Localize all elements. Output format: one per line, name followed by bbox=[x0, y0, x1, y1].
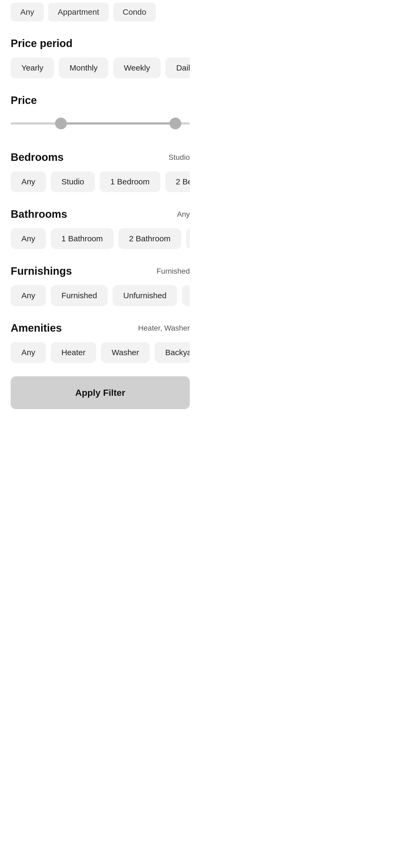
chip-any-furnishing[interactable]: Any bbox=[11, 285, 46, 306]
chip-2-bathroom[interactable]: 2 Bathroom bbox=[118, 228, 181, 249]
bathrooms-options: Any 1 Bathroom 2 Bathroom 3 Bathrooms bbox=[11, 228, 190, 249]
bedrooms-title: Bedrooms bbox=[11, 151, 64, 163]
apply-section: Apply Filter bbox=[0, 368, 201, 423]
bathrooms-section: Bathrooms Any Any 1 Bathroom 2 Bathroom … bbox=[0, 197, 201, 254]
bedrooms-selected-value: Studio bbox=[169, 153, 190, 162]
chip-partially[interactable]: Partially bbox=[182, 285, 190, 306]
bedrooms-section: Bedrooms Studio Any Studio 1 Bedroom 2 B… bbox=[0, 141, 201, 197]
amenities-options: Any Heater Washer Backyard bbox=[11, 342, 190, 363]
furnishings-title: Furnishings bbox=[11, 265, 72, 277]
furnishings-options: Any Furnished Unfurnished Partially bbox=[11, 285, 190, 306]
chip-any-amenity[interactable]: Any bbox=[11, 342, 46, 363]
filter-screen: Any Appartment Condo Price period Yearly… bbox=[0, 0, 201, 423]
price-slider-max-thumb[interactable] bbox=[169, 118, 181, 129]
chip-1-bedroom[interactable]: 1 Bedroom bbox=[100, 171, 160, 192]
amenities-header: Amenities Heater, Washer bbox=[11, 322, 190, 334]
chip-monthly[interactable]: Monthly bbox=[59, 58, 108, 78]
chip-yearly[interactable]: Yearly bbox=[11, 58, 54, 78]
price-header: Price bbox=[11, 94, 190, 106]
bathrooms-selected-value: Any bbox=[177, 210, 190, 219]
price-slider-fill bbox=[61, 122, 176, 125]
chip-weekly[interactable]: Weekly bbox=[113, 58, 161, 78]
chip-any-bedroom[interactable]: Any bbox=[11, 171, 46, 192]
chip-backyard[interactable]: Backyard bbox=[155, 342, 190, 363]
price-slider-track[interactable] bbox=[11, 122, 190, 125]
bedrooms-options: Any Studio 1 Bedroom 2 Bedrooms bbox=[11, 171, 190, 192]
furnishings-section: Furnishings Furnished Any Furnished Unfu… bbox=[0, 254, 201, 311]
amenities-title: Amenities bbox=[11, 322, 62, 334]
chip-studio[interactable]: Studio bbox=[51, 171, 95, 192]
chip-condo[interactable]: Condo bbox=[113, 3, 156, 21]
furnishings-selected-value: Furnished bbox=[156, 267, 190, 276]
bathrooms-title: Bathrooms bbox=[11, 208, 67, 220]
price-period-options: Yearly Monthly Weekly Daily bbox=[11, 58, 190, 78]
amenities-section: Amenities Heater, Washer Any Heater Wash… bbox=[0, 311, 201, 368]
chip-furnished[interactable]: Furnished bbox=[51, 285, 108, 306]
chip-2-bedrooms[interactable]: 2 Bedrooms bbox=[165, 171, 190, 192]
property-type-row: Any Appartment Condo bbox=[0, 0, 201, 27]
amenities-selected-value: Heater, Washer bbox=[138, 324, 190, 333]
price-period-section: Price period Yearly Monthly Weekly Daily bbox=[0, 27, 201, 84]
price-title: Price bbox=[11, 94, 37, 106]
chip-3-bathrooms[interactable]: 3 Bathrooms bbox=[186, 228, 190, 249]
price-section: Price bbox=[0, 84, 201, 141]
price-period-title: Price period bbox=[11, 37, 72, 50]
apply-filter-button[interactable]: Apply Filter bbox=[11, 376, 190, 409]
chip-daily[interactable]: Daily bbox=[165, 58, 190, 78]
price-slider-min-thumb[interactable] bbox=[55, 118, 67, 129]
furnishings-header: Furnishings Furnished bbox=[11, 265, 190, 277]
price-slider-container bbox=[11, 114, 190, 135]
chip-appartment[interactable]: Appartment bbox=[48, 3, 109, 21]
chip-any-bathroom[interactable]: Any bbox=[11, 228, 46, 249]
chip-washer[interactable]: Washer bbox=[101, 342, 150, 363]
price-period-header: Price period bbox=[11, 37, 190, 50]
bathrooms-header: Bathrooms Any bbox=[11, 208, 190, 220]
chip-1-bathroom[interactable]: 1 Bathroom bbox=[51, 228, 114, 249]
chip-any-type[interactable]: Any bbox=[11, 3, 44, 21]
bedrooms-header: Bedrooms Studio bbox=[11, 151, 190, 163]
chip-heater[interactable]: Heater bbox=[51, 342, 96, 363]
chip-unfurnished[interactable]: Unfurnished bbox=[113, 285, 177, 306]
